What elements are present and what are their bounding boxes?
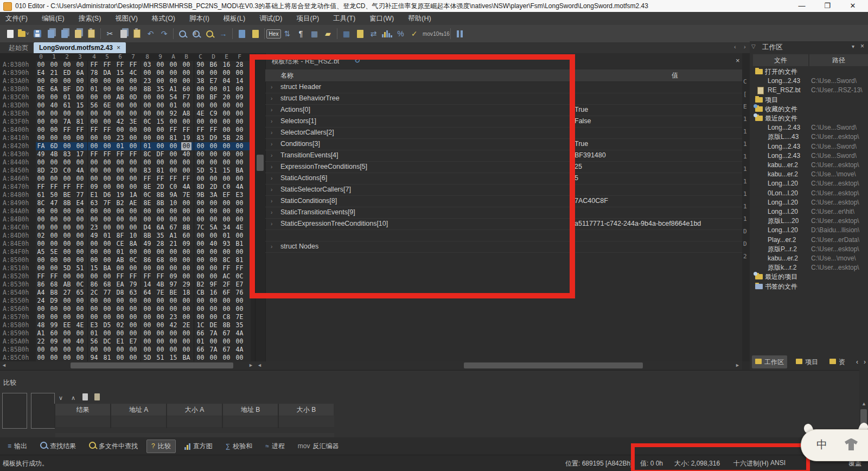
hex-byte[interactable]: 5B bbox=[221, 134, 232, 142]
status-mode[interactable]: 十六进制(H) bbox=[733, 459, 769, 468]
hex-byte[interactable]: 4A bbox=[234, 346, 245, 354]
hex-byte[interactable]: 00 bbox=[89, 248, 99, 256]
hex-byte[interactable]: DE bbox=[208, 321, 219, 329]
sidebar-file-item[interactable]: Long...l.20D:\Baidu...llision\ bbox=[750, 226, 868, 235]
chevron-right-icon[interactable]: › bbox=[271, 173, 272, 184]
hex-byte[interactable]: 00 bbox=[62, 256, 72, 264]
hex-byte[interactable]: 00 bbox=[62, 346, 72, 354]
compare-file-a-box[interactable] bbox=[2, 393, 27, 429]
sidebar-file-item[interactable]: Long...2.43C:\Use...Sword\ bbox=[750, 142, 868, 151]
compare-col-3[interactable]: 地址 B bbox=[223, 404, 278, 416]
hex-byte[interactable]: 0C bbox=[75, 281, 85, 289]
hex-byte[interactable]: 6F bbox=[221, 289, 232, 297]
hex-byte[interactable]: 00 bbox=[208, 158, 219, 167]
hex-byte[interactable]: 00 bbox=[62, 338, 72, 346]
hex-byte[interactable]: DE bbox=[36, 85, 46, 93]
hex-byte[interactable]: 00 bbox=[168, 248, 178, 256]
hex-byte[interactable]: 8B bbox=[62, 199, 72, 207]
hex-byte[interactable]: 00 bbox=[234, 354, 245, 361]
sidebar-group-23[interactable]: 书签的文件 bbox=[750, 282, 868, 291]
hex-byte[interactable]: 00 bbox=[208, 175, 219, 183]
hex-byte[interactable]: 01 bbox=[62, 93, 72, 101]
hex-row-8560[interactable]: A:8560h00000000000000000000000000000000 bbox=[0, 305, 255, 313]
hex-byte[interactable]: 00 bbox=[181, 167, 192, 175]
hex-byte[interactable]: 02 bbox=[36, 232, 46, 240]
hex-byte[interactable]: 19 bbox=[115, 191, 125, 199]
hex-byte[interactable]: 00 bbox=[181, 264, 192, 272]
sidebar-file-item[interactable]: 原版L....20C:\User...esktop\ bbox=[750, 217, 868, 226]
hex-byte[interactable]: BA bbox=[181, 354, 192, 361]
template-row-structbehaviortree[interactable]: ›struct BehaviorTree bbox=[265, 93, 743, 105]
hex-byte[interactable]: 47 bbox=[49, 199, 59, 207]
hex-byte[interactable]: 51 bbox=[155, 354, 165, 361]
hex-byte[interactable]: D9 bbox=[49, 297, 59, 305]
hex-byte[interactable]: 00 bbox=[128, 329, 138, 338]
hex-byte[interactable]: 2D bbox=[155, 183, 165, 191]
hex-byte[interactable]: 21 bbox=[168, 240, 178, 248]
hex-byte[interactable]: 00 bbox=[62, 77, 72, 85]
hex-byte[interactable]: 81 bbox=[102, 354, 112, 361]
hex-byte[interactable]: 00 bbox=[234, 199, 245, 207]
hex-byte[interactable]: A4 bbox=[36, 289, 46, 297]
sidebar-file-item[interactable]: kabu...er.2C:\Use...\move\ bbox=[750, 254, 868, 263]
hex-byte[interactable]: B8 bbox=[49, 289, 59, 297]
hex-byte[interactable]: EA bbox=[115, 281, 125, 289]
hex-byte[interactable]: 4C bbox=[128, 69, 138, 77]
hex-byte[interactable]: BA bbox=[234, 167, 245, 175]
hex-byte[interactable]: BE bbox=[62, 191, 72, 199]
hex-byte[interactable]: FF bbox=[181, 175, 192, 183]
hex-byte[interactable]: 8A bbox=[128, 240, 138, 248]
hex-byte[interactable]: B2 bbox=[195, 281, 206, 289]
hex-byte[interactable]: 00 bbox=[221, 354, 232, 361]
chevron-right-icon[interactable]: › bbox=[271, 138, 272, 150]
hex-byte[interactable]: 00 bbox=[36, 110, 46, 118]
hex-byte[interactable]: 00 bbox=[75, 248, 85, 256]
sidebar-group-4[interactable]: 收藏的文件 bbox=[750, 105, 868, 114]
hex-byte[interactable]: 0C bbox=[234, 272, 245, 281]
hex-byte[interactable]: FF bbox=[128, 61, 138, 69]
menu-i[interactable]: 脚本(I) bbox=[189, 14, 209, 23]
menu-w[interactable]: 窗口(W) bbox=[369, 14, 394, 23]
hex-byte[interactable]: 9F bbox=[208, 281, 219, 289]
hex-byte[interactable]: 79 bbox=[128, 281, 138, 289]
hex-byte[interactable]: EE bbox=[62, 321, 72, 329]
hex-byte[interactable]: 00 bbox=[75, 297, 85, 305]
hex-byte[interactable]: 01 bbox=[168, 101, 178, 110]
status-value[interactable]: 值: 0 0h bbox=[640, 459, 663, 468]
hex-byte[interactable]: 00 bbox=[128, 158, 138, 167]
ime-skin-icon[interactable] bbox=[844, 438, 859, 453]
hex-byte[interactable]: 00 bbox=[234, 248, 245, 256]
hex-byte[interactable]: 00 bbox=[128, 85, 138, 93]
hex-byte[interactable]: FF bbox=[102, 126, 112, 134]
hex-byte[interactable]: 15 bbox=[155, 118, 165, 126]
hex-byte[interactable]: 23 bbox=[89, 224, 99, 232]
hex-byte[interactable]: 35 bbox=[234, 321, 245, 329]
save-icon[interactable] bbox=[30, 27, 44, 40]
compare-doc-b-icon[interactable] bbox=[94, 393, 100, 402]
hex-byte[interactable]: 7C bbox=[195, 224, 206, 232]
paste-file-icon[interactable] bbox=[85, 27, 98, 40]
hex-byte[interactable]: 00 bbox=[75, 158, 85, 167]
hex-byte[interactable]: FF bbox=[168, 126, 178, 134]
hex-byte[interactable]: CE bbox=[115, 240, 125, 248]
open-file-icon[interactable]: ˅ bbox=[17, 27, 30, 40]
hex-byte[interactable]: BE bbox=[168, 289, 178, 297]
operate-icon[interactable]: % bbox=[394, 27, 407, 40]
template-row-staticexpressiontreeconditions10[interactable]: ›StaticExpressionTreeConditions[10]a5117… bbox=[265, 218, 743, 230]
hex-byte[interactable]: D6 bbox=[102, 191, 112, 199]
hex-byte[interactable]: 00 bbox=[128, 346, 138, 354]
hex-byte[interactable]: 00 bbox=[168, 167, 178, 175]
status-encoding[interactable]: ANSI bbox=[770, 459, 786, 467]
tab-close-icon[interactable]: × bbox=[117, 44, 120, 52]
sidebar-menu-icon[interactable]: ▾ bbox=[852, 43, 854, 49]
hex-byte[interactable]: 67 bbox=[168, 224, 178, 232]
hex-byte[interactable]: 00 bbox=[75, 346, 85, 354]
hex-byte[interactable]: 00 bbox=[234, 305, 245, 313]
hex-byte[interactable]: 00 bbox=[75, 134, 85, 142]
hex-byte[interactable]: 00 bbox=[128, 297, 138, 305]
hex-byte[interactable]: 00 bbox=[49, 126, 59, 134]
swap-endian-icon[interactable]: ⇄ bbox=[367, 27, 380, 40]
sidebar-file-item[interactable]: Long...l.20C:\User...esktop\ bbox=[750, 179, 868, 188]
hex-byte[interactable]: 54 bbox=[168, 93, 178, 101]
template-row-structnodes[interactable]: ›struct Nodes bbox=[265, 241, 743, 253]
